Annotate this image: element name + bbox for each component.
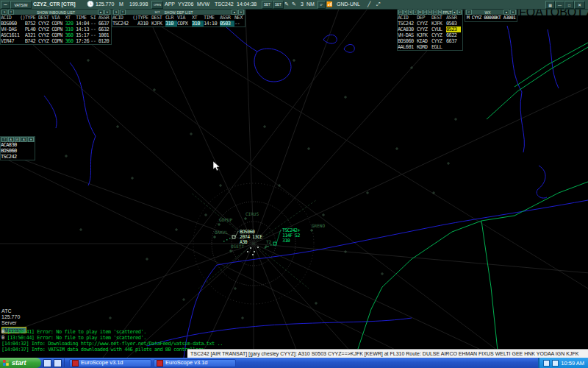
wx-config-icon[interactable]: C xyxy=(466,10,472,15)
cell-dep[interactable]: KJFK xyxy=(417,32,431,38)
network-icon[interactable] xyxy=(552,360,559,367)
cell-acid[interactable]: VIR47 xyxy=(1,38,20,44)
col-assr[interactable]: ASSR xyxy=(98,15,111,21)
open-sct-button[interactable]: OPENSCT xyxy=(151,1,163,9)
sort-icon-o[interactable]: O xyxy=(398,10,403,15)
cell-si[interactable]: -- xyxy=(90,21,98,26)
filter-icon[interactable]: 0° xyxy=(318,1,326,9)
sort-icon-s[interactable]: S xyxy=(408,10,412,15)
qck-set-button[interactable]: SET xyxy=(273,1,284,9)
col-via[interactable]: VIA xyxy=(51,15,65,21)
cell-acid[interactable]: ASC1611 xyxy=(1,32,20,38)
tag-list-item[interactable]: TSC242 xyxy=(1,154,35,160)
fplist-row[interactable]: AAL601KORDEGLL xyxy=(398,44,462,50)
mini-icon-w[interactable]: W xyxy=(15,137,21,142)
collapse-icon[interactable]: ▲ xyxy=(98,10,104,15)
minimize-button[interactable]: — xyxy=(555,1,564,9)
tag-list-item[interactable]: ACA830 xyxy=(1,142,35,148)
pencil-icon[interactable]: ✎ xyxy=(284,1,289,8)
vector-line-icon[interactable]: ╱ xyxy=(368,1,370,8)
cell-time[interactable]: 14:04 xyxy=(76,21,90,26)
vatsim-connect-button[interactable]: VATSIM xyxy=(10,1,32,9)
sort-icon-n[interactable]: N xyxy=(438,10,442,15)
col-assr[interactable]: ASSR xyxy=(220,15,234,21)
separation-tool-icon[interactable]: ⤢ xyxy=(376,1,381,8)
cell-time[interactable]: 14:10 xyxy=(204,21,220,26)
close-icon[interactable]: ✕ xyxy=(104,10,110,15)
globe-icon[interactable]: 🕓 xyxy=(87,1,94,8)
sort-icon-o[interactable]: O xyxy=(423,10,428,15)
sort-icon-t[interactable]: T xyxy=(404,10,408,15)
cell-[interactable] xyxy=(20,32,25,38)
quicklaunch-icon[interactable] xyxy=(54,359,62,367)
col-dest[interactable]: DEST xyxy=(431,15,446,21)
departure-list[interactable]: S T SHOW DEP LIST ▲ ✕ ACID()TYPEDESTCLRV… xyxy=(112,9,245,27)
cell-acid[interactable]: BOS060 xyxy=(1,21,20,26)
col-time[interactable]: TIME xyxy=(76,15,90,21)
cell-via[interactable]: COPN xyxy=(51,21,65,26)
inbound-row[interactable]: VH-DASPL40CYYZCOPN31014:13--6632 xyxy=(1,26,111,32)
inbound-list[interactable]: S T SHOW INBOUND LIST ▲ ✕ ACID()TYPEDEST… xyxy=(0,9,112,45)
list-setup-icon[interactable]: S xyxy=(1,10,7,15)
cell-assr[interactable] xyxy=(446,44,461,50)
fplist-row[interactable]: BOS060KIADCYYZ6637 xyxy=(398,38,462,44)
grip-button[interactable]: ▪▪▪ xyxy=(1,1,10,9)
cell-acid[interactable]: TSC242 xyxy=(112,21,132,26)
cell-assr[interactable]: 1001 xyxy=(98,32,111,38)
cell-si[interactable]: -- xyxy=(90,26,98,32)
cell-dest[interactable]: CYYZ xyxy=(431,38,446,44)
cell-type[interactable]: PL40 xyxy=(25,26,38,32)
col-next[interactable]: NEXT xyxy=(234,15,243,21)
tag-list-window[interactable]: TAWA✕ ACA830BOS060TSC242 xyxy=(0,136,35,160)
col-[interactable]: () xyxy=(20,15,25,21)
cell-dest[interactable]: KJFK xyxy=(151,21,165,26)
cell-dest[interactable]: CYYZ xyxy=(38,38,51,44)
cell-si[interactable]: -- xyxy=(90,32,98,38)
flightplan-status-bar[interactable]: TSC242 [AIR TRANSAT] [gary chesley CYYZ]… xyxy=(187,349,588,358)
cell-acid[interactable]: AAL601 xyxy=(398,44,417,50)
window-grip-button[interactable]: ▦ xyxy=(545,1,555,9)
cell-via[interactable]: COPN xyxy=(51,38,65,44)
sort-icon-i[interactable]: I xyxy=(413,10,417,15)
cell-via[interactable]: COPX xyxy=(177,21,192,26)
ground-altitude-filter[interactable]: GND-UNL xyxy=(337,1,360,8)
toolbar-strip[interactable]: FOATOBOT▲✕ xyxy=(518,9,588,15)
cell-xt[interactable]: 320 xyxy=(65,21,76,26)
close-icon[interactable]: ✕ xyxy=(510,10,516,15)
sector-name[interactable]: YYZ06 xyxy=(178,1,193,8)
cell-[interactable] xyxy=(132,21,137,26)
close-button[interactable]: ✕ xyxy=(574,1,585,9)
maximize-button[interactable]: □ xyxy=(564,1,574,9)
secondary-frequency[interactable]: 199.998 xyxy=(129,1,148,8)
quicklaunch-icon[interactable] xyxy=(43,359,51,367)
cell-xt[interactable]: 360 xyxy=(65,38,76,44)
col-[interactable]: () xyxy=(132,15,137,21)
active-frequency-label[interactable]: 125.770 xyxy=(1,314,26,320)
cell-dep[interactable]: CYYZ xyxy=(417,26,431,32)
weather-window[interactable]: C WX ▲ ✕ M CYYZ 00000KT A3001 xyxy=(465,9,517,22)
inbound-row[interactable]: ASC1611A321CYYZCOPN36015:17--1001 xyxy=(1,32,111,38)
cell-acid[interactable]: VH-DAS xyxy=(1,26,20,32)
primary-frequency[interactable]: 125.770 xyxy=(96,1,114,8)
departure-list-titlebar[interactable]: S T SHOW DEP LIST ▲ ✕ xyxy=(112,10,245,15)
col-acid[interactable]: ACID xyxy=(398,15,417,21)
cell-acid[interactable]: ACA830 xyxy=(398,26,417,32)
app-button[interactable]: APP xyxy=(165,1,175,8)
cell-xt[interactable]: 360 xyxy=(65,32,76,38)
list-filter-icon[interactable]: T xyxy=(8,10,14,15)
list-setup-icon[interactable]: S xyxy=(113,10,119,15)
server-label[interactable]: Server xyxy=(1,320,26,326)
mvw-button[interactable]: MVW xyxy=(197,1,209,8)
antenna-icon[interactable]: 📶 xyxy=(326,1,333,8)
tag-list-item[interactable]: BOS060 xyxy=(1,148,35,154)
cell-[interactable] xyxy=(20,26,25,32)
col-dest[interactable]: DEST xyxy=(38,15,51,21)
inbound-row[interactable]: VIR47B742CYYZCOPN36017:26--0120 xyxy=(1,38,111,44)
mini-icon-a[interactable]: A xyxy=(21,137,26,142)
sort-icon-u[interactable]: U xyxy=(428,10,432,15)
cell-dest[interactable]: EGLL xyxy=(431,44,446,50)
collapse-icon[interactable]: ▲ xyxy=(452,10,456,15)
cell-dest[interactable]: CYYZ xyxy=(38,26,51,32)
cell-via[interactable]: COPN xyxy=(51,32,65,38)
cell-dep[interactable]: KORD xyxy=(417,44,431,50)
